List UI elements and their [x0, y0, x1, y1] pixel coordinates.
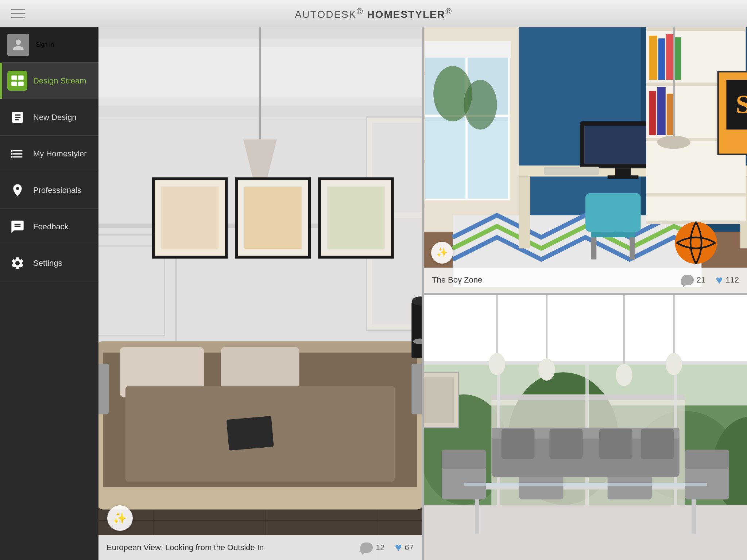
- svg-rect-86: [584, 126, 653, 164]
- svg-rect-52: [328, 187, 385, 249]
- svg-rect-112: [544, 167, 599, 175]
- sidebar-item-settings[interactable]: Settings: [0, 245, 98, 281]
- svg-rect-103: [649, 91, 656, 135]
- title-trademark2: ®: [445, 7, 452, 16]
- design-stream-label: Design Stream: [33, 76, 86, 86]
- svg-rect-3: [18, 81, 23, 86]
- svg-rect-105: [667, 94, 673, 135]
- title-trademark: ®: [356, 7, 363, 16]
- card-stats-bedroom: 12 ♥ 67: [360, 541, 414, 554]
- heart-icon-bedroom: ♥: [395, 541, 402, 554]
- title-prefix: AUTODESK: [295, 9, 357, 20]
- svg-rect-70: [424, 116, 425, 119]
- svg-rect-88: [608, 175, 639, 179]
- svg-rect-41: [98, 364, 109, 414]
- svg-rect-114: [424, 295, 747, 361]
- card-bedroom[interactable]: ✨ European View: Looking from the Outsid…: [98, 27, 422, 560]
- comment-stat-boyzone: 21: [681, 275, 705, 285]
- svg-rect-101: [666, 34, 674, 80]
- my-homestyler-label: My Homestyler: [33, 149, 87, 159]
- svg-point-109: [675, 222, 717, 264]
- card-footer-bedroom: European View: Looking from the Outside …: [98, 535, 422, 560]
- card-title-boyzone: The Boy Zone: [432, 275, 482, 285]
- sidebar-item-design-stream[interactable]: Design Stream: [0, 63, 98, 99]
- svg-point-133: [538, 358, 555, 381]
- card-boyzone[interactable]: SF ✨ The Boy Zone 21: [424, 27, 747, 293]
- sign-in-button[interactable]: Sign In: [0, 27, 98, 63]
- svg-rect-91: [591, 237, 596, 260]
- svg-rect-64: [424, 41, 511, 58]
- svg-point-135: [616, 364, 632, 386]
- card-title-bedroom: European View: Looking from the Outside …: [107, 543, 264, 552]
- svg-rect-150: [685, 450, 729, 469]
- menu-button[interactable]: [11, 9, 25, 18]
- svg-rect-100: [658, 38, 665, 80]
- svg-rect-53: [411, 302, 422, 358]
- svg-rect-1: [18, 75, 23, 80]
- svg-rect-69: [424, 71, 425, 75]
- sidebar: Sign In Design Stream: [0, 27, 98, 560]
- comment-count-boyzone: 21: [697, 275, 705, 285]
- svg-rect-128: [424, 361, 747, 364]
- sidebar-item-professionals[interactable]: Professionals: [0, 172, 98, 209]
- svg-rect-84: [519, 176, 530, 248]
- svg-point-5: [11, 153, 12, 155]
- svg-rect-38: [227, 416, 274, 451]
- svg-rect-89: [585, 193, 641, 232]
- feedback-label: Feedback: [33, 222, 69, 232]
- svg-point-4: [11, 150, 12, 152]
- avatar: [7, 34, 29, 56]
- like-count-boyzone: 112: [725, 275, 739, 285]
- comment-count-bedroom: 12: [376, 543, 384, 552]
- heart-icon-boyzone: ♥: [716, 273, 723, 287]
- card-stats-boyzone: 21 ♥ 112: [681, 273, 739, 287]
- svg-rect-0: [11, 75, 17, 80]
- main-layout: Sign In Design Stream: [0, 27, 747, 560]
- comment-stat-bedroom: 12: [360, 542, 384, 553]
- svg-rect-48: [161, 187, 218, 249]
- feedback-icon: [7, 217, 27, 237]
- like-stat-boyzone: ♥ 112: [716, 273, 739, 287]
- comment-icon-bedroom: [360, 542, 373, 553]
- svg-rect-153: [502, 428, 535, 459]
- svg-rect-87: [615, 168, 631, 176]
- svg-rect-99: [649, 36, 657, 80]
- svg-rect-139: [424, 505, 747, 560]
- like-stat-bedroom: ♥ 67: [395, 541, 414, 554]
- title-suffix: HOMESTYLER: [367, 9, 445, 20]
- svg-rect-155: [599, 428, 632, 459]
- svg-rect-71: [424, 160, 425, 163]
- svg-rect-92: [630, 237, 635, 260]
- svg-point-66: [464, 80, 497, 129]
- svg-point-111: [657, 136, 690, 149]
- svg-point-137: [666, 353, 682, 375]
- svg-rect-2: [11, 81, 17, 86]
- svg-rect-97: [646, 193, 746, 197]
- content-grid: ✨ European View: Looking from the Outsid…: [98, 27, 747, 560]
- svg-rect-154: [549, 428, 582, 459]
- header: AUTODESK® HOMESTYLER®: [0, 0, 747, 27]
- svg-rect-104: [657, 87, 666, 135]
- sidebar-item-my-homestyler[interactable]: My Homestyler: [0, 136, 98, 172]
- app-title: AUTODESK® HOMESTYLER®: [295, 7, 452, 20]
- professionals-icon: [7, 180, 27, 200]
- magic-wand-badge-boyzone: ✨: [431, 242, 453, 264]
- svg-rect-90: [591, 232, 635, 237]
- sidebar-item-feedback[interactable]: Feedback: [0, 209, 98, 245]
- sign-in-label: Sign In: [36, 42, 54, 48]
- settings-label: Settings: [33, 258, 62, 268]
- magic-wand-badge: ✨: [107, 505, 133, 531]
- svg-rect-156: [641, 428, 674, 459]
- comment-icon-boyzone: [681, 275, 694, 285]
- svg-rect-94: [646, 27, 746, 31]
- svg-rect-144: [442, 450, 486, 469]
- svg-rect-72: [424, 204, 425, 207]
- svg-rect-102: [675, 37, 681, 80]
- new-design-icon: [7, 107, 27, 127]
- card-modern[interactable]: [424, 295, 747, 560]
- professionals-label: Professionals: [33, 186, 81, 195]
- my-homestyler-icon: [7, 144, 27, 164]
- settings-icon: [7, 253, 27, 273]
- sidebar-item-new-design[interactable]: New Design: [0, 99, 98, 136]
- svg-rect-50: [244, 187, 302, 249]
